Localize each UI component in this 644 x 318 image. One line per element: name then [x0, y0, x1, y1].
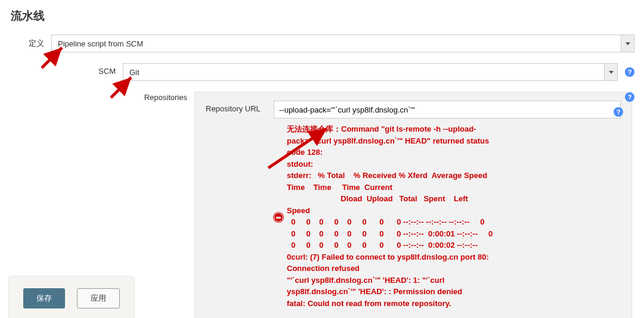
repositories-label: Repositories	[10, 92, 194, 102]
help-icon[interactable]	[625, 67, 634, 77]
button-bar: 保存 应用	[8, 276, 135, 318]
chevron-down-icon	[621, 35, 634, 52]
repo-url-label: Repository URL	[206, 101, 274, 113]
scm-select[interactable]: Git	[123, 63, 618, 81]
apply-button[interactable]: 应用	[77, 288, 120, 308]
error-icon	[274, 213, 283, 222]
definition-select[interactable]: Pipeline script from SCM	[51, 35, 634, 52]
error-message: 无法连接仓库：Command "git ls-remote -h --uploa…	[287, 123, 493, 309]
chevron-down-icon	[604, 64, 617, 80]
repo-url-input[interactable]	[274, 101, 621, 119]
repositories-panel: Repository URL 无法连接仓库：Command "git ls-re…	[194, 92, 632, 318]
scm-value: Git	[129, 68, 140, 77]
scm-label: SCM	[10, 63, 123, 76]
save-button[interactable]: 保存	[23, 288, 65, 308]
help-icon[interactable]	[614, 107, 623, 117]
help-icon[interactable]	[625, 92, 634, 102]
section-title: 流水线	[11, 8, 634, 24]
definition-label: 定义	[10, 35, 51, 49]
definition-value: Pipeline script from SCM	[58, 39, 143, 48]
